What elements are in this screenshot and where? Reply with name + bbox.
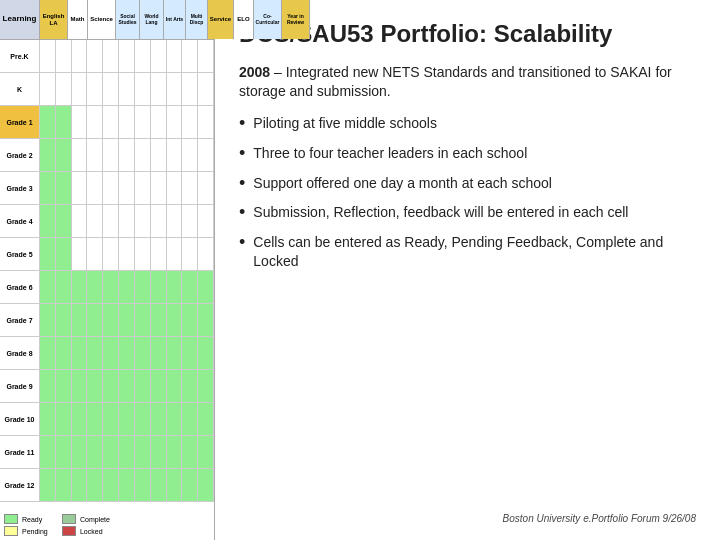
- cell[interactable]: [40, 73, 56, 105]
- cell[interactable]: [198, 73, 214, 105]
- cell[interactable]: [167, 469, 183, 501]
- cell[interactable]: [167, 436, 183, 468]
- cell[interactable]: [135, 337, 151, 369]
- cell[interactable]: [72, 304, 88, 336]
- cell[interactable]: [182, 40, 198, 72]
- cell[interactable]: [182, 139, 198, 171]
- cell[interactable]: [151, 337, 167, 369]
- cell[interactable]: [119, 40, 135, 72]
- cell[interactable]: [103, 436, 119, 468]
- cell[interactable]: [151, 403, 167, 435]
- cell[interactable]: [198, 436, 214, 468]
- tab-elo[interactable]: ELO: [234, 0, 254, 39]
- cell[interactable]: [135, 304, 151, 336]
- cell[interactable]: [151, 304, 167, 336]
- cell[interactable]: [119, 469, 135, 501]
- cell[interactable]: [87, 106, 103, 138]
- tab-learning[interactable]: Learning: [0, 0, 40, 39]
- cell[interactable]: [151, 106, 167, 138]
- cell[interactable]: [198, 469, 214, 501]
- cell[interactable]: [167, 139, 183, 171]
- cell[interactable]: [182, 403, 198, 435]
- cell[interactable]: [135, 436, 151, 468]
- cell[interactable]: [103, 304, 119, 336]
- cell[interactable]: [72, 271, 88, 303]
- cell[interactable]: [40, 337, 56, 369]
- tab-yearinreview[interactable]: Year in Review: [282, 0, 310, 39]
- cell[interactable]: [119, 271, 135, 303]
- cell[interactable]: [151, 436, 167, 468]
- cell[interactable]: [87, 238, 103, 270]
- cell[interactable]: [87, 205, 103, 237]
- cell[interactable]: [119, 337, 135, 369]
- cell[interactable]: [167, 172, 183, 204]
- cell[interactable]: [198, 271, 214, 303]
- cell[interactable]: [135, 403, 151, 435]
- cell[interactable]: [151, 271, 167, 303]
- cell[interactable]: [182, 469, 198, 501]
- cell[interactable]: [119, 172, 135, 204]
- cell[interactable]: [56, 40, 72, 72]
- cell[interactable]: [56, 139, 72, 171]
- cell[interactable]: [40, 40, 56, 72]
- cell[interactable]: [182, 238, 198, 270]
- cell[interactable]: [40, 304, 56, 336]
- cell[interactable]: [151, 238, 167, 270]
- cell[interactable]: [87, 304, 103, 336]
- cell[interactable]: [198, 304, 214, 336]
- cell[interactable]: [119, 370, 135, 402]
- cell[interactable]: [87, 403, 103, 435]
- cell[interactable]: [87, 172, 103, 204]
- cell[interactable]: [151, 139, 167, 171]
- cell[interactable]: [72, 403, 88, 435]
- cell[interactable]: [40, 271, 56, 303]
- cell[interactable]: [40, 370, 56, 402]
- cell[interactable]: [182, 337, 198, 369]
- cell[interactable]: [40, 469, 56, 501]
- cell[interactable]: [182, 205, 198, 237]
- cell[interactable]: [56, 436, 72, 468]
- cell[interactable]: [56, 370, 72, 402]
- cell[interactable]: [198, 139, 214, 171]
- cell[interactable]: [151, 370, 167, 402]
- cell[interactable]: [87, 271, 103, 303]
- cell[interactable]: [87, 337, 103, 369]
- cell[interactable]: [72, 238, 88, 270]
- cell[interactable]: [103, 337, 119, 369]
- cell[interactable]: [119, 106, 135, 138]
- cell[interactable]: [119, 436, 135, 468]
- cell[interactable]: [56, 73, 72, 105]
- cell[interactable]: [182, 436, 198, 468]
- cell[interactable]: [40, 436, 56, 468]
- tab-social[interactable]: Social Studies: [116, 0, 140, 39]
- cell[interactable]: [135, 370, 151, 402]
- cell[interactable]: [182, 73, 198, 105]
- cell[interactable]: [103, 238, 119, 270]
- cell[interactable]: [119, 238, 135, 270]
- cell[interactable]: [198, 40, 214, 72]
- cell[interactable]: [119, 304, 135, 336]
- cell[interactable]: [56, 205, 72, 237]
- cell[interactable]: [167, 205, 183, 237]
- cell[interactable]: [167, 271, 183, 303]
- cell[interactable]: [40, 172, 56, 204]
- cell[interactable]: [119, 73, 135, 105]
- cell[interactable]: [40, 205, 56, 237]
- cell[interactable]: [182, 271, 198, 303]
- cell[interactable]: [167, 370, 183, 402]
- cell[interactable]: [40, 139, 56, 171]
- cell[interactable]: [103, 469, 119, 501]
- tab-cocurr[interactable]: Co-Curricular: [254, 0, 282, 39]
- cell[interactable]: [72, 370, 88, 402]
- cell[interactable]: [87, 436, 103, 468]
- cell[interactable]: [72, 172, 88, 204]
- cell[interactable]: [87, 73, 103, 105]
- cell[interactable]: [40, 238, 56, 270]
- cell[interactable]: [167, 304, 183, 336]
- cell[interactable]: [72, 106, 88, 138]
- cell[interactable]: [135, 238, 151, 270]
- cell[interactable]: [182, 370, 198, 402]
- cell[interactable]: [198, 106, 214, 138]
- cell[interactable]: [56, 403, 72, 435]
- cell[interactable]: [87, 469, 103, 501]
